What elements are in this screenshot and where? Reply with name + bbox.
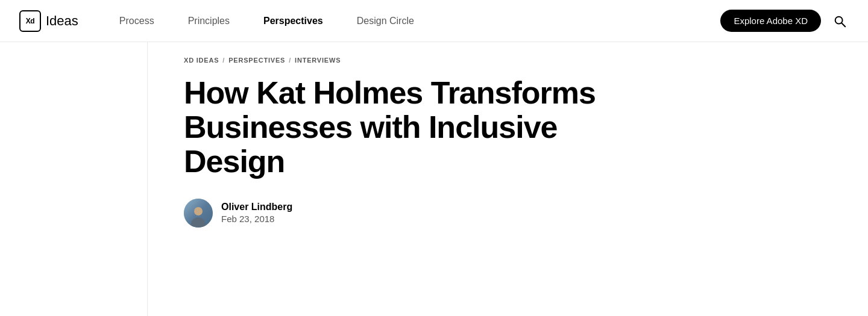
main-content: XD IDEAS / PERSPECTIVES / INTERVIEWS How… — [0, 42, 868, 316]
nav-link-principles[interactable]: Principles — [171, 16, 247, 26]
author-date: Feb 23, 2018 — [221, 214, 292, 224]
breadcrumb-xd-ideas[interactable]: XD IDEAS — [184, 57, 219, 64]
svg-line-1 — [841, 23, 845, 26]
xd-logo-badge: Xd — [19, 10, 41, 32]
nav-links: Process Principles Perspectives Design C… — [102, 16, 721, 26]
breadcrumb-sep-2: / — [289, 57, 291, 64]
avatar-head — [194, 207, 203, 215]
author-info: Oliver Lindberg Feb 23, 2018 — [221, 202, 292, 224]
author-avatar — [184, 199, 213, 228]
left-sidebar — [0, 42, 148, 316]
breadcrumb-sep-1: / — [222, 57, 225, 64]
author-row: Oliver Lindberg Feb 23, 2018 — [184, 199, 654, 228]
nav-link-process[interactable]: Process — [102, 16, 171, 26]
nav-link-design-circle[interactable]: Design Circle — [340, 16, 431, 26]
breadcrumb-interviews[interactable]: INTERVIEWS — [295, 57, 341, 64]
nav-right: Explore Adobe XD — [720, 10, 849, 32]
brand-name: Ideas — [46, 13, 78, 29]
author-name: Oliver Lindberg — [221, 202, 292, 212]
breadcrumb: XD IDEAS / PERSPECTIVES / INTERVIEWS — [184, 42, 654, 76]
article-title: How Kat Holmes Transforms Businesses wit… — [184, 76, 630, 179]
avatar-body — [191, 217, 206, 228]
search-button[interactable] — [831, 12, 849, 30]
nav-link-perspectives[interactable]: Perspectives — [247, 16, 340, 26]
article-area: XD IDEAS / PERSPECTIVES / INTERVIEWS How… — [148, 42, 690, 316]
search-icon — [833, 14, 846, 28]
logo-link[interactable]: Xd Ideas — [19, 10, 78, 32]
explore-adobe-xd-button[interactable]: Explore Adobe XD — [720, 10, 821, 32]
avatar-person-shape — [189, 207, 207, 228]
avatar-image — [184, 199, 213, 228]
main-nav: Xd Ideas Process Principles Perspectives… — [0, 0, 868, 42]
breadcrumb-perspectives[interactable]: PERSPECTIVES — [228, 57, 285, 64]
